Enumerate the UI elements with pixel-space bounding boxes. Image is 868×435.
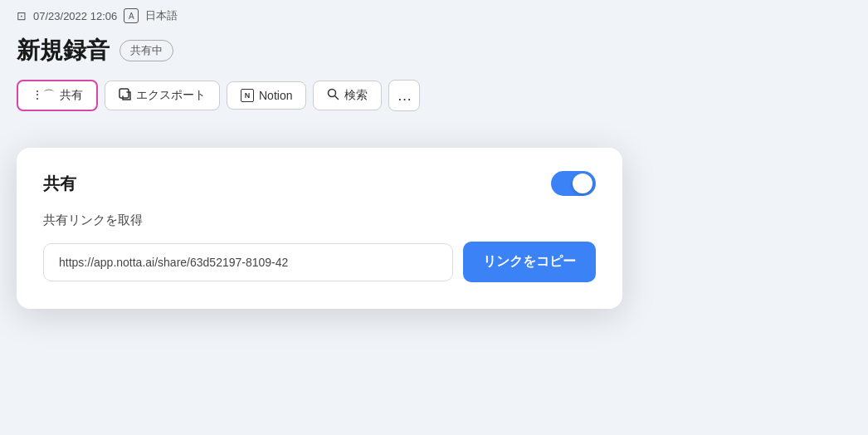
svg-rect-0 bbox=[119, 89, 129, 98]
export-button[interactable]: エクスポート bbox=[105, 81, 220, 110]
export-label: エクスポート bbox=[136, 88, 206, 103]
dropdown-subtitle: 共有リンクを取得 bbox=[43, 213, 596, 228]
page-title: 新規録音 bbox=[17, 35, 110, 66]
more-icon: … bbox=[397, 87, 412, 105]
notion-icon: N bbox=[241, 89, 254, 102]
search-button[interactable]: 検索 bbox=[313, 81, 382, 110]
notion-button[interactable]: N Notion bbox=[227, 81, 306, 110]
link-row: リンクをコピー bbox=[43, 242, 596, 282]
top-bar: ⊡ 07/23/2022 12:06 A 日本語 bbox=[0, 0, 868, 32]
dropdown-header: 共有 bbox=[43, 171, 596, 196]
share-button[interactable]: ⋮⌒ 共有 bbox=[17, 80, 98, 111]
svg-line-2 bbox=[335, 96, 339, 100]
notion-label: Notion bbox=[259, 89, 292, 102]
copy-link-button[interactable]: リンクをコピー bbox=[463, 242, 596, 282]
share-dropdown: 共有 共有リンクを取得 リンクをコピー bbox=[17, 148, 622, 309]
calendar-icon: ⊡ bbox=[17, 9, 27, 22]
title-area: 新規録音 共有中 bbox=[0, 32, 868, 76]
share-label: 共有 bbox=[60, 88, 83, 103]
language-text: 日本語 bbox=[145, 8, 178, 23]
lang-icon: A bbox=[124, 8, 139, 23]
search-icon bbox=[327, 88, 339, 103]
sharing-badge: 共有中 bbox=[119, 40, 173, 61]
export-icon bbox=[119, 88, 131, 103]
share-link-input[interactable] bbox=[43, 243, 453, 281]
dropdown-title: 共有 bbox=[43, 173, 76, 195]
toggle-slider bbox=[551, 171, 596, 196]
share-icon: ⋮⌒ bbox=[32, 88, 55, 103]
more-button[interactable]: … bbox=[388, 80, 420, 111]
datetime-text: 07/23/2022 12:06 bbox=[33, 10, 117, 22]
share-toggle[interactable] bbox=[551, 171, 596, 196]
search-label: 検索 bbox=[344, 88, 368, 103]
toolbar: ⋮⌒ 共有 エクスポート N Notion 検索 … bbox=[0, 76, 868, 125]
